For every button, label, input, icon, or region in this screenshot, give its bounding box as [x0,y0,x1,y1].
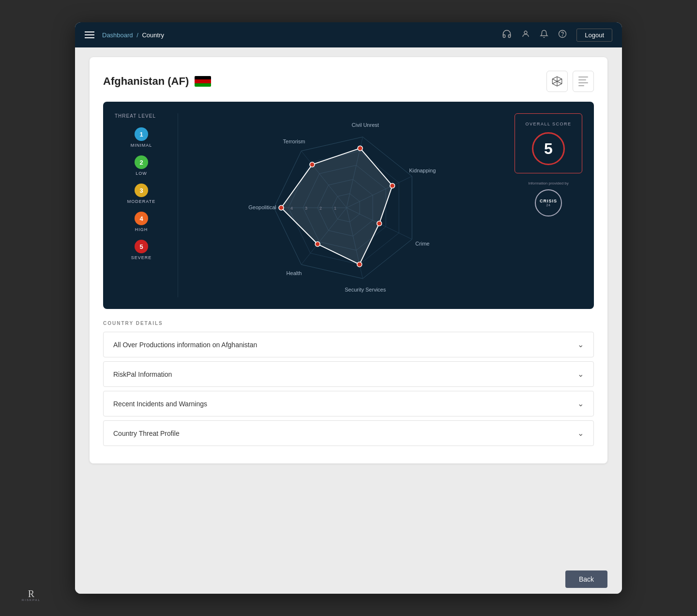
svg-point-1 [559,31,566,38]
accordion-label-aop: All Over Productions information on Afgh… [113,341,257,349]
svg-point-0 [524,31,527,34]
accordion-item-threat_profile: Country Threat Profile ⌄ [103,420,594,446]
threat-label: HIGH [135,227,148,232]
user-icon[interactable] [521,30,530,40]
crisis-logo: CRISIS 24 [535,189,562,216]
topbar: Dashboard / Country [75,22,622,47]
crisis-logo-sub: 24 [546,203,551,207]
threat-badge: 5 [135,240,148,253]
svg-point-30 [315,242,320,246]
section-title: COUNTRY DETAILS [103,321,594,326]
card-actions [546,71,594,92]
threat-item-moderate: 3 MODERATE [115,184,168,204]
threat-legend: THREAT LEVEL 1 MINIMAL 2 LOW 3 MODERATE … [115,113,168,297]
country-flag [195,76,211,87]
threat-badge: 1 [135,127,148,141]
list-lines-icon [578,77,588,86]
bell-icon[interactable] [540,30,548,40]
radar-chart-area: 1234GeopoliticalTerrorismCivil UnrestKid… [188,113,505,297]
breadcrumb-sep: / [136,31,138,39]
bottom-bar: Back [75,565,622,594]
svg-text:Civil Unrest: Civil Unrest [351,122,379,128]
chevron-icon-threat_profile: ⌄ [577,429,584,438]
accordion-header-incidents[interactable]: Recent Incidents and Warnings ⌄ [104,391,593,416]
svg-point-29 [357,262,362,267]
breadcrumb-home[interactable]: Dashboard [102,31,133,39]
score-panel: OVERALL SCORE 5 Information provided by … [515,113,582,297]
accordion-header-aop[interactable]: All Over Productions information on Afgh… [104,332,593,357]
logout-button[interactable]: Logout [576,29,612,42]
country-name: Afghanistan (AF) [103,75,189,88]
accordion-label-threat_profile: Country Threat Profile [113,430,180,437]
svg-text:Crime: Crime [415,241,429,246]
threat-item-high: 4 HIGH [115,212,168,232]
svg-point-26 [358,146,363,151]
threat-label: LOW [136,171,147,176]
svg-marker-23 [281,148,393,264]
country-card: Afghanistan (AF) [90,57,607,463]
provider-box: Information provided by CRISIS 24 [515,181,582,216]
threat-label: MODERATE [127,199,155,204]
provider-label: Information provided by [528,181,569,185]
threat-badge: 4 [135,212,148,225]
accordion-label-riskpal: RiskPal Information [113,370,172,378]
svg-text:Terrorism: Terrorism [283,139,305,144]
threat-item-minimal: 1 MINIMAL [115,127,168,148]
accordion-header-riskpal[interactable]: RiskPal Information ⌄ [104,362,593,386]
accordion: All Over Productions information on Afgh… [103,332,594,446]
main-content: Afghanistan (AF) [75,47,622,565]
threat-item-severe: 5 SEVERE [115,240,168,260]
svg-text:Health: Health [286,270,302,276]
svg-text:Kidnapping: Kidnapping [409,168,436,173]
breadcrumb-current: Country [142,31,164,39]
overall-score-box: OVERALL SCORE 5 [515,113,582,173]
headset-icon[interactable] [502,29,512,41]
chevron-icon-incidents: ⌄ [577,399,584,408]
threat-legend-title: THREAT LEVEL [115,113,168,119]
back-button[interactable]: Back [565,570,607,588]
crisis-logo-text: CRISIS [540,199,557,203]
accordion-item-riskpal: RiskPal Information ⌄ [103,361,594,387]
svg-point-28 [377,221,381,226]
help-icon[interactable] [558,30,567,40]
accordion-item-aop: All Over Productions information on Afgh… [103,332,594,357]
radar-panel: THREAT LEVEL 1 MINIMAL 2 LOW 3 MODERATE … [103,102,594,309]
chevron-icon-aop: ⌄ [577,340,584,349]
topbar-actions: Logout [502,29,612,42]
breadcrumb: Dashboard / Country [102,31,164,39]
threat-badge: 2 [135,155,148,169]
svg-point-2 [562,35,563,36]
accordion-label-incidents: Recent Incidents and Warnings [113,400,207,408]
card-header: Afghanistan (AF) [103,71,594,92]
overall-score-value: 5 [532,132,565,165]
threat-label: SEVERE [131,255,152,260]
svg-point-27 [390,183,394,188]
threat-badge: 3 [135,184,148,197]
hamburger-menu[interactable] [85,31,94,38]
svg-text:Security Services: Security Services [345,287,386,293]
chevron-icon-riskpal: ⌄ [577,370,584,379]
list-view-button[interactable] [573,71,594,92]
accordion-header-threat_profile[interactable]: Country Threat Profile ⌄ [104,421,593,446]
svg-point-24 [279,205,284,210]
threat-label: MINIMAL [131,143,152,148]
svg-text:Geopolitical: Geopolitical [248,204,276,210]
accordion-item-incidents: Recent Incidents and Warnings ⌄ [103,391,594,416]
3d-view-button[interactable] [546,71,568,92]
overall-score-label: OVERALL SCORE [525,122,571,126]
svg-point-25 [309,162,314,167]
country-title: Afghanistan (AF) [103,75,211,88]
threat-item-low: 2 LOW [115,155,168,176]
